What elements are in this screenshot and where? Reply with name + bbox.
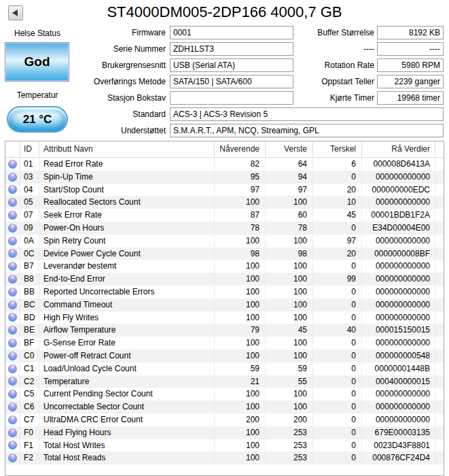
smart-attribute-row[interactable]: BDHigh Fly Writes1001000000000000000: [5, 311, 444, 324]
attribute-threshold: 0: [313, 299, 362, 311]
attribute-id: 03: [20, 171, 39, 184]
attribute-id: B8: [20, 273, 39, 286]
smart-attribute-row[interactable]: C1Load/Unload Cycle Count595900000000144…: [5, 362, 444, 375]
smart-attribute-row[interactable]: B8End-to-End Error10010099000000000000: [5, 273, 444, 286]
attribute-worst: 60: [266, 209, 313, 222]
attribute-current: 100: [215, 235, 266, 248]
drive-info-row: Serie NummerZDH1LST3: [0, 42, 293, 56]
attribute-raw-value: 00001BDB1F2A: [362, 209, 435, 222]
attribute-threshold: 97: [313, 235, 362, 248]
smart-attribute-row[interactable]: 05Reallocated Sectors Count1001001000000…: [5, 196, 444, 209]
attribute-raw-value: 000000000548: [362, 350, 435, 362]
smart-attribute-row[interactable]: F0Head Flying Hours1002530679E00003135: [5, 426, 444, 439]
smart-attribute-row[interactable]: F2Total Host Reads1002530000876CF24D4: [5, 452, 444, 464]
attribute-threshold: 0: [313, 337, 362, 350]
attribute-current: 95: [215, 171, 266, 184]
attribute-id: 0C: [20, 248, 39, 260]
attribute-worst: 59: [266, 362, 313, 375]
attribute-worst: 100: [266, 311, 313, 324]
drive-info-row: BrukergrensesnittUSB (Serial ATA): [0, 58, 293, 72]
attribute-current: 100: [215, 311, 266, 324]
smart-attribute-row[interactable]: C5Current Pending Sector Count1001000000…: [5, 388, 444, 401]
attribute-raw-value: 000000000000: [362, 286, 435, 299]
column-header-threshold[interactable]: Terskel: [313, 141, 362, 158]
smart-attribute-row[interactable]: 0ASpin Retry Count10010097000000000000: [5, 235, 444, 248]
row-filler: [435, 324, 444, 337]
attribute-name: UltraDMA CRC Error Count: [39, 413, 215, 426]
field-label: Kjørte Timer: [299, 91, 374, 105]
attribute-threshold: 0: [313, 426, 362, 439]
row-filler: [435, 388, 444, 401]
attribute-current: 100: [215, 350, 266, 362]
field-value: 0001: [170, 26, 293, 39]
attribute-id: BD: [20, 311, 39, 324]
smart-attribute-row[interactable]: 03Spin-Up Time95940000000000000: [5, 171, 444, 184]
column-header-raw-values[interactable]: Rå Verdier: [362, 141, 435, 158]
smart-attribute-row[interactable]: C2Temperature21550000400000015: [5, 375, 444, 388]
smart-attributes-table: ID Attributt Navn Nåverende Verste Tersk…: [5, 141, 444, 476]
attribute-threshold: 0: [313, 439, 362, 452]
row-filler: [435, 184, 444, 197]
smart-attribute-row[interactable]: F1Total Host Writes10025300023D43F8801: [5, 439, 444, 452]
status-good-icon: [8, 249, 17, 258]
attribute-threshold: 0: [313, 311, 362, 324]
attribute-name: Power-off Retract Count: [39, 350, 215, 362]
status-good-icon: [8, 262, 17, 271]
column-header-status[interactable]: [5, 141, 20, 158]
smart-attribute-row[interactable]: BBReported Uncorrectable Errors100100000…: [5, 286, 444, 299]
attribute-worst: 100: [266, 196, 313, 209]
attribute-current: 98: [215, 248, 266, 260]
column-header-worst[interactable]: Verste: [266, 141, 313, 158]
drive-info-row: Stasjon Bokstav: [0, 91, 293, 105]
attribute-id: BB: [20, 286, 39, 299]
column-header-id[interactable]: ID: [20, 141, 39, 158]
smart-attribute-row[interactable]: C0Power-off Retract Count100100000000000…: [5, 350, 444, 362]
smart-attribute-row[interactable]: B7Leverandør bestemt1001000000000000000: [5, 260, 444, 273]
attribute-worst: 94: [266, 171, 313, 184]
row-filler: [435, 452, 444, 464]
attribute-worst: 100: [266, 260, 313, 273]
status-good-icon: [8, 415, 17, 424]
column-header-current[interactable]: Nåverende: [215, 141, 266, 158]
drive-info-row: Firmware0001: [0, 26, 293, 39]
attribute-current: 100: [215, 286, 266, 299]
smart-attribute-row[interactable]: 09Power-On Hours78780E34D00004E00: [5, 222, 444, 235]
attribute-id: F1: [20, 439, 39, 452]
smart-attribute-row[interactable]: 01Read Error Rate82646000008D6413A: [5, 158, 444, 171]
smart-attribute-row[interactable]: 07Seek Error Rate87604500001BDB1F2A: [5, 209, 444, 222]
column-header-attribute-name[interactable]: Attributt Navn: [39, 141, 215, 158]
drive-info-row: StandardACS-3 | ACS-3 Revision 5: [0, 107, 444, 121]
attribute-name: Total Host Writes: [39, 439, 215, 452]
smart-attribute-row[interactable]: C7UltraDMA CRC Error Count20020000000000…: [5, 413, 444, 426]
smart-attribute-row[interactable]: 04Start/Stop Count979720000000000EDC: [5, 184, 444, 197]
attribute-worst: 100: [266, 388, 313, 401]
smart-table-body: 01Read Error Rate82646000008D6413A03Spin…: [5, 158, 444, 464]
attribute-worst: 100: [266, 235, 313, 248]
drive-info-row: Oppstart Teller2239 ganger: [299, 75, 444, 88]
attribute-current: 100: [215, 426, 266, 439]
attribute-id: 0A: [20, 235, 39, 248]
attribute-threshold: 99: [313, 273, 362, 286]
attribute-name: End-to-End Error: [39, 273, 215, 286]
attribute-threshold: 0: [313, 286, 362, 299]
attribute-worst: 97: [266, 184, 313, 197]
smart-attribute-row[interactable]: 0CDevice Power Cycle Count98982000000000…: [5, 248, 444, 260]
status-cell: [5, 196, 20, 209]
attribute-id: C7: [20, 413, 39, 426]
row-filler: [435, 286, 444, 299]
attribute-worst: 98: [266, 248, 313, 260]
status-good-icon: [8, 211, 17, 220]
attribute-name: Temperature: [39, 375, 215, 388]
status-cell: [5, 248, 20, 260]
row-filler: [435, 222, 444, 235]
status-cell: [5, 235, 20, 248]
field-value: ACS-3 | ACS-3 Revision 5: [170, 107, 444, 121]
attribute-name: Current Pending Sector Count: [39, 388, 215, 401]
smart-attribute-row[interactable]: C6Uncorrectable Sector Count100100000000…: [5, 401, 444, 413]
smart-attribute-row[interactable]: BEAirflow Temperature794540000015150015: [5, 324, 444, 337]
smart-attribute-row[interactable]: BFG-Sense Error Rate1001000000000000000: [5, 337, 444, 350]
status-cell: [5, 273, 20, 286]
smart-attribute-row[interactable]: BCCommand Timeout1001000000000000000: [5, 299, 444, 311]
row-filler: [435, 235, 444, 248]
attribute-id: C1: [20, 362, 39, 375]
